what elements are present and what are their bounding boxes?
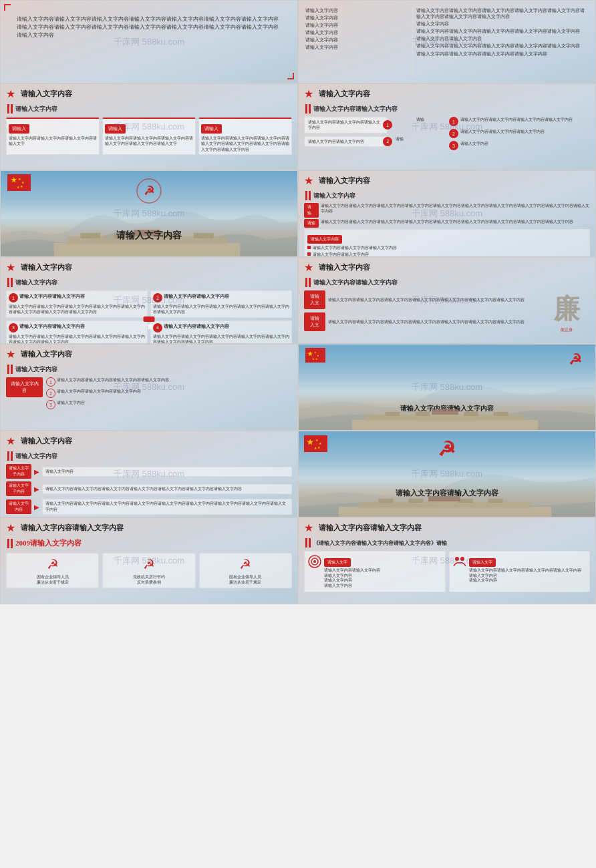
slide-4-step2: 请输入文字内容请输入文字内容 2 请输	[304, 136, 445, 147]
slide-2: 请输入文字内容 请输入文字内容 请输入文字内容 请输入文字内容 请输入文字内容 …	[298, 0, 596, 83]
slide-11-subtitle: 请输入文字内容	[15, 452, 57, 461]
slide-8-item-1: 请输入文 请输入文字内容请输入文字内容请输入文字内容请输入文字内容请输入文字内容…	[304, 290, 540, 309]
slide-8-title: 请输入文字内容	[319, 262, 370, 272]
slide-3-title: 请输入文字内容	[21, 89, 72, 99]
item-num-1: 1	[9, 293, 18, 302]
slide-2-right: 请输入文字内容请输入文字内容请输入文字内容请输入文字内容请输入文字内容请输入文字…	[413, 7, 589, 76]
svg-rect-36	[339, 507, 551, 517]
slide-4-left: 请输入文字内容请输入文字内容请输入文字内容 1 请输 请输入文字内容请输入文字内…	[304, 117, 445, 150]
slide-14: ★ 请输入文字内容请输入文字内容 《请输入文字内容请输入文字内容请输入文字内容》…	[298, 517, 596, 604]
slide-9-title: 请输入文字内容	[21, 349, 72, 359]
slide-9-header: ★ 请输入文字内容	[1, 345, 297, 363]
slide-1: 请输入文字内容请输入文字内容请输入文字内容请输入文字内容请输入文字内容请输入文字…	[0, 0, 298, 83]
list-btn-1[interactable]: 请输入文字子内容	[6, 464, 31, 479]
slide-6-box: 请输入文字内容 请输入文字内容请输入文字内容请输入文字内容 请输入文字内容请输入…	[304, 229, 590, 257]
party-icon-1: ☭	[47, 556, 59, 572]
slide-9-left-btn: 请输入文字内容	[6, 377, 43, 409]
step-num-2: 2	[383, 137, 392, 146]
char-lian: 廉	[553, 290, 580, 327]
slide-11-title: 请输入文字内容	[21, 436, 72, 446]
slide-6-subtitle: 请输入文字内容	[313, 192, 355, 200]
flag-group: ★ ★ ★ ★ ★	[7, 174, 31, 194]
slide-3: ★ 请输入文字内容 请输入文字内容 调输入 请输入文字内容请输入文字内容请输入文…	[0, 83, 298, 170]
slide-4-right: 1 请输入文字内容请输入文字内容请输入文字内容请输入文字内容 2 请输入文字内容…	[449, 117, 590, 150]
char-sub: 能正身	[561, 327, 573, 333]
star-icon-11: ★	[6, 435, 18, 447]
emblem-svg-10: ☭	[565, 350, 585, 370]
slide-7-item-2: 2 请输入文字内容请输入文字内容 请输入文字内容请输入文字内容请输入文字内容请输…	[150, 290, 292, 318]
tiananmen-svg-12	[299, 493, 595, 517]
slide-6-item-1: 请输 请输入文字内容请输入文字内容请输入文字内容请输入文字内容请输入文字内容请输…	[304, 203, 590, 218]
flag-group-10: ★ ★ ★ ★ ★	[305, 348, 325, 365]
slide-4: ★ 请输入文字内容 请输入文字内容请输入文字内容 请输入文字内容请输入文字内容请…	[298, 83, 596, 170]
svg-text:☭: ☭	[144, 184, 154, 198]
slide-4-sub: 请输入文字内容请输入文字内容	[299, 103, 595, 115]
svg-rect-42	[428, 496, 460, 501]
svg-rect-24	[385, 412, 400, 416]
slide-7-sub: 请输入文字内容	[1, 276, 297, 288]
party-icon-3: ☭	[239, 556, 251, 572]
slide-14-title: 请输入文字内容请输入文字内容	[319, 523, 422, 533]
slide-14-sub: 《请输入文字内容请输入文字内容请输入文字内容》请输	[299, 537, 595, 549]
slide-9: ★ 请输入文字内容 请输入文字内容 请输入文字内容 1 请输入文字内容请输入文字…	[0, 344, 298, 431]
svg-text:★: ★	[307, 438, 314, 446]
slide-7-grid: 1 请输入文字内容请输入文字内容 请输入文字内容请输入文字内容请输入文字内容请输…	[1, 288, 297, 344]
slide-14-cards: 请输入文字 请输入文字内容请输入文字内容 请输入文字内容 请输入文字内容 请输入…	[299, 549, 595, 594]
slide-7-subtitle: 请输入文字内容	[15, 278, 57, 287]
svg-rect-38	[379, 499, 394, 503]
emblem-svg-5: ☭	[136, 178, 162, 204]
card-2-content: 请输入文字 请输入文字内容请输入文字内容请输入文字内容请输入文字内容 请输入文字…	[469, 554, 581, 584]
bar-indicator-14	[305, 538, 311, 548]
slide-7-item-4: 4 请输入文字内容请输入文字内容 请输入文字内容请输入文字内容请输入文字内容请输…	[150, 320, 292, 344]
slide-13-card-1: ☭ 国有企业领导人员廉洁从业若干规定	[6, 553, 99, 588]
slide-3-header: ★ 请输入文字内容	[1, 84, 297, 103]
slide-2-content: 请输入文字内容 请输入文字内容 请输入文字内容 请输入文字内容 请输入文字内容 …	[302, 4, 592, 79]
star-icon-9: ★	[6, 348, 18, 360]
slide-6-sub: 请输入文字内容	[299, 190, 595, 202]
step-r-num-1: 1	[449, 117, 458, 126]
outline-num-2: 2	[46, 389, 55, 398]
slide-7-item-1: 1 请输入文字内容请输入文字内容 请输入文字内容请输入文字内容请输入文字内容请输…	[6, 290, 148, 318]
slide-8-right: 廉 能正身	[543, 290, 590, 333]
slide-8-item-2: 请输入文 请输入文字内容请输入文字内容请输入文字内容请输入文字内容请输入文字内容…	[304, 312, 540, 331]
party-emblem-12: ☭	[432, 435, 462, 467]
list-content-3: 请输入文字内容请输入文字内容请输入文字内容请输入文字内容请输入文字内容请输入文字…	[42, 499, 292, 515]
list-btn-3[interactable]: 请输入文字内容	[6, 499, 31, 514]
slide-6-title: 请输入文字内容	[319, 176, 370, 186]
slide-7-title: 请输入文字内容	[21, 262, 72, 272]
handshake-svg	[452, 554, 467, 569]
item-num-4: 4	[153, 323, 162, 333]
svg-text:★: ★	[315, 357, 318, 361]
slide-3-card-2: 调输入 请输入文字内容请输入文字内容请输入文字内容请输入文字内容请输入文字内容请…	[102, 118, 196, 155]
slide-7: ★ 请输入文字内容 请输入文字内容 1 请输入文字内容请输入文字内容 请输入文字…	[0, 257, 298, 344]
slides-grid: 请输入文字内容请输入文字内容请输入文字内容请输入文字内容请输入文字内容请输入文字…	[0, 0, 596, 604]
slide-14-header: ★ 请输入文字内容请输入文字内容	[299, 518, 595, 537]
slide-4-steps: 请输入文字内容请输入文字内容请输入文字内容 1 请输 请输入文字内容请输入文字内…	[299, 115, 595, 152]
slide-4-subtitle: 请输入文字内容请输入文字内容	[313, 105, 398, 114]
outline-num-3: 3	[46, 400, 55, 409]
outline-num-1: 1	[46, 377, 55, 387]
slide-13-sub: 2009请输入文字内容	[1, 537, 297, 550]
bar-indicator-6	[305, 191, 311, 200]
step-r-num-3: 3	[449, 141, 458, 150]
slide-3-btn-3[interactable]: 调输入	[201, 124, 222, 134]
slide-13-card-2: ☭ 党政机关厉行节约反对浪费条例	[102, 553, 195, 588]
slide-13-header: ★ 请输入文字内容请输入文字内容	[1, 518, 297, 537]
card-1-content: 请输入文字 请输入文字内容请输入文字内容 请输入文字内容 请输入文字内容 请输入…	[324, 554, 380, 589]
slide-8: ★ 请输入文字内容 请输入文字内容请输入文字内容 请输入文 请输入文字内容请输入…	[298, 257, 596, 344]
svg-rect-41	[488, 499, 503, 503]
list-btn-2[interactable]: 请输入文字子内容	[6, 481, 31, 496]
slide-8-subtitle: 请输入文字内容请输入文字内容	[313, 278, 398, 287]
slide-14-card-2: 请输入文字 请输入文字内容请输入文字内容请输入文字内容请输入文字内容 请输入文字…	[449, 551, 591, 592]
step-num-1: 1	[383, 120, 392, 130]
slide-3-btn-1[interactable]: 调输入	[9, 124, 29, 134]
svg-text:☭: ☭	[569, 351, 582, 368]
bar-indicator-7	[7, 278, 13, 287]
bullet-2	[307, 252, 311, 256]
slide-6-item-2: 请输 请输入文字内容请输入文字内容请输入文字内容请输入文字内容请输入文字内容请输…	[304, 219, 590, 228]
slide-10: ★ ★ ★ ★ ★ ☭ 请输入文字内容请输入文字内容 千库网	[298, 344, 596, 431]
svg-rect-8	[54, 243, 241, 256]
slide-7-item-3: 3 请输入文字内容请输入文字内容 请输入文字内容请输入文字内容请输入文字内容请输…	[6, 320, 148, 344]
svg-text:★: ★	[11, 176, 17, 184]
slide-3-btn-2[interactable]: 调输入	[105, 124, 126, 134]
